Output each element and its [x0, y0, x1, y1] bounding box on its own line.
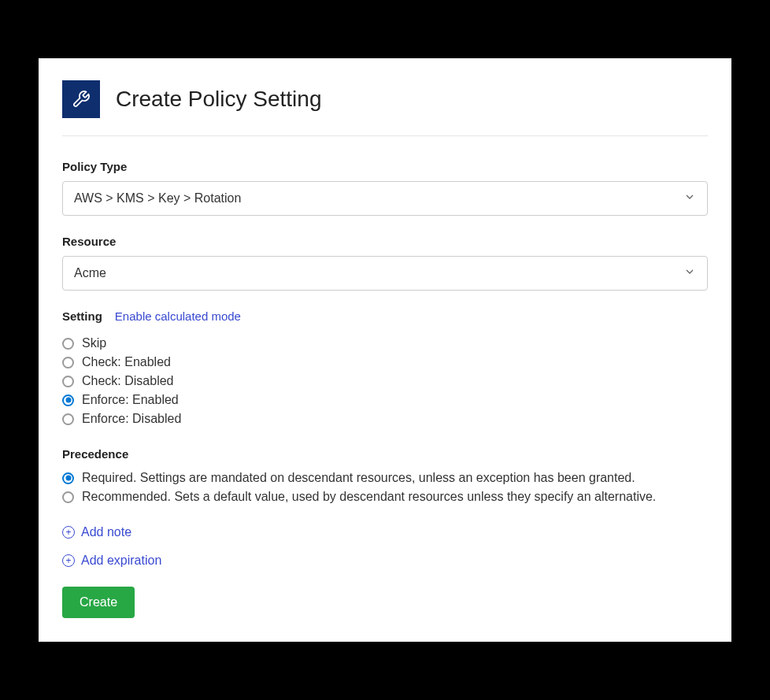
- resource-value: Acme: [74, 266, 106, 280]
- add-expiration-label: Add expiration: [81, 554, 161, 568]
- radio-icon: [62, 394, 74, 406]
- add-note-label: Add note: [81, 525, 131, 539]
- setting-option-label: Enforce: Disabled: [82, 412, 181, 426]
- radio-icon: [62, 472, 74, 484]
- setting-option[interactable]: Check: Disabled: [62, 372, 708, 391]
- chevron-down-icon: [683, 191, 696, 206]
- setting-option[interactable]: Skip: [62, 334, 708, 353]
- radio-icon: [62, 357, 74, 369]
- setting-header: Setting Enable calculated mode: [62, 309, 708, 323]
- policy-type-value: AWS > KMS > Key > Rotation: [74, 191, 241, 206]
- setting-option[interactable]: Check: Enabled: [62, 353, 708, 372]
- setting-option-label: Enforce: Enabled: [82, 393, 179, 407]
- precedence-option-label: Recommended. Sets a default value, used …: [82, 490, 656, 504]
- policy-type-select[interactable]: AWS > KMS > Key > Rotation: [62, 181, 708, 216]
- radio-icon: [62, 491, 74, 503]
- setting-label: Setting: [62, 309, 102, 323]
- radio-icon: [62, 338, 74, 350]
- precedence-radio-group: Required. Settings are mandated on desce…: [62, 469, 708, 506]
- wrench-icon: [62, 80, 100, 118]
- add-expiration-link[interactable]: + Add expiration: [62, 554, 708, 568]
- panel-header: Create Policy Setting: [62, 80, 708, 136]
- page-title: Create Policy Setting: [116, 87, 321, 112]
- setting-option-label: Check: Enabled: [82, 355, 171, 369]
- create-button[interactable]: Create: [62, 587, 135, 618]
- plus-circle-icon: +: [62, 526, 75, 539]
- precedence-option-label: Required. Settings are mandated on desce…: [82, 471, 635, 485]
- setting-option-label: Check: Disabled: [82, 374, 174, 388]
- add-note-link[interactable]: + Add note: [62, 525, 708, 539]
- setting-option-label: Skip: [82, 336, 106, 350]
- setting-radio-group: SkipCheck: EnabledCheck: DisabledEnforce…: [62, 334, 708, 428]
- chevron-down-icon: [683, 265, 696, 281]
- precedence-option[interactable]: Recommended. Sets a default value, used …: [62, 487, 708, 506]
- radio-icon: [62, 413, 74, 425]
- enable-calculated-mode-link[interactable]: Enable calculated mode: [115, 309, 241, 323]
- resource-label: Resource: [62, 235, 708, 248]
- radio-icon: [62, 376, 74, 387]
- plus-circle-icon: +: [62, 554, 75, 567]
- policy-type-label: Policy Type: [62, 160, 708, 173]
- resource-select[interactable]: Acme: [62, 256, 708, 291]
- setting-option[interactable]: Enforce: Enabled: [62, 391, 708, 409]
- precedence-option[interactable]: Required. Settings are mandated on desce…: [62, 469, 708, 487]
- setting-option[interactable]: Enforce: Disabled: [62, 409, 708, 428]
- precedence-label: Precedence: [62, 447, 708, 461]
- create-policy-panel: Create Policy Setting Policy Type AWS > …: [39, 58, 731, 642]
